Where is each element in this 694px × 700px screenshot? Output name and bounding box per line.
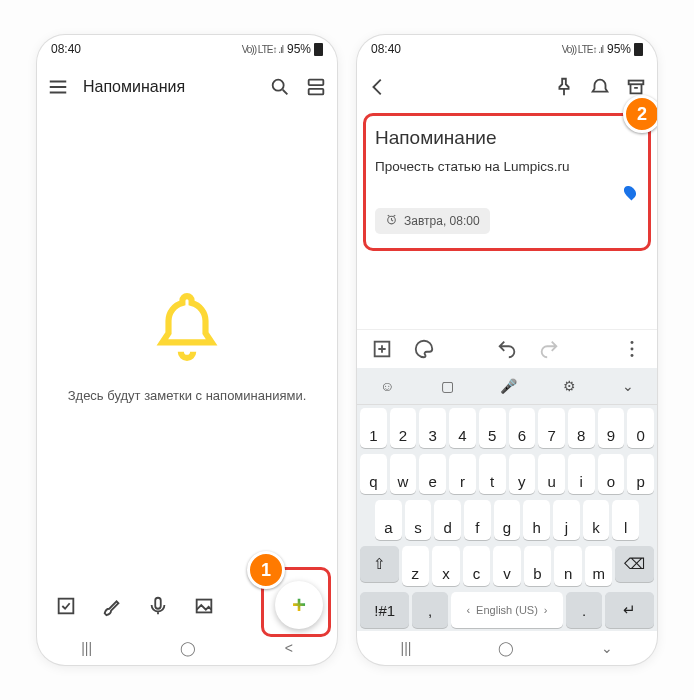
reminder-chip[interactable]: Завтра, 08:00 [375, 208, 490, 234]
mic-icon[interactable] [147, 595, 169, 617]
key-e[interactable]: e [419, 454, 446, 494]
keyboard-hide-button[interactable]: ⌄ [601, 640, 613, 656]
app-bar: Напоминания [37, 63, 337, 111]
key-q[interactable]: q [360, 454, 387, 494]
key-4[interactable]: 4 [449, 408, 476, 448]
note-body[interactable]: Прочесть статью на Lumpics.ru [375, 159, 639, 174]
backspace-key[interactable]: ⌫ [615, 546, 654, 582]
app-bar [357, 63, 657, 111]
svg-rect-5 [197, 600, 212, 613]
key-w[interactable]: w [390, 454, 417, 494]
key-3[interactable]: 3 [419, 408, 446, 448]
keyboard: ☺ ▢ 🎤 ⚙ ⌄ 1234567890 qwertyuiop asdfghjk… [357, 368, 657, 631]
bottom-toolbar: + 1 [37, 581, 337, 631]
voice-icon[interactable]: 🎤 [500, 378, 517, 394]
recents-button[interactable]: ||| [401, 640, 412, 656]
image-icon[interactable] [193, 595, 215, 617]
symbols-key[interactable]: !#1 [360, 592, 409, 628]
brush-icon[interactable] [101, 595, 123, 617]
key-6[interactable]: 6 [509, 408, 536, 448]
emoji-icon[interactable]: ☺ [380, 378, 394, 394]
key-h[interactable]: h [523, 500, 550, 540]
key-s[interactable]: s [405, 500, 432, 540]
shift-key[interactable]: ⇧ [360, 546, 399, 582]
reminder-icon[interactable] [589, 76, 611, 98]
phone-left: 08:40 Vo)) LTE↕ .ıl 95% Напоминания Здес… [37, 35, 337, 665]
add-box-icon[interactable] [371, 338, 393, 360]
signal: Vo)) LTE↕ .ıl [562, 44, 603, 55]
undo-icon[interactable] [496, 338, 518, 360]
more-icon[interactable] [621, 338, 643, 360]
svg-rect-1 [309, 80, 324, 86]
key-y[interactable]: y [509, 454, 536, 494]
svg-point-11 [631, 354, 634, 357]
svg-rect-2 [309, 89, 324, 95]
search-icon[interactable] [269, 76, 291, 98]
key-p[interactable]: p [627, 454, 654, 494]
key-b[interactable]: b [524, 546, 552, 586]
svg-point-10 [631, 348, 634, 351]
note-title[interactable]: Напоминание [375, 127, 639, 149]
checkbox-icon[interactable] [55, 595, 77, 617]
comma-key[interactable]: , [412, 592, 447, 628]
home-button[interactable]: ◯ [498, 640, 514, 656]
key-1[interactable]: 1 [360, 408, 387, 448]
recents-button[interactable]: ||| [81, 640, 92, 656]
pin-icon[interactable] [553, 76, 575, 98]
enter-key[interactable]: ↵ [605, 592, 654, 628]
status-bar: 08:40 Vo)) LTE↕ .ıl 95% [357, 35, 657, 63]
key-j[interactable]: j [553, 500, 580, 540]
period-key[interactable]: . [566, 592, 601, 628]
key-z[interactable]: z [402, 546, 430, 586]
fab-new-note[interactable]: + [275, 581, 323, 629]
time: 08:40 [51, 42, 81, 56]
key-t[interactable]: t [479, 454, 506, 494]
redo-icon[interactable] [538, 338, 560, 360]
palette-icon[interactable] [413, 338, 435, 360]
note-editor[interactable]: 2 Напоминание Прочесть статью на Lumpics… [357, 111, 657, 242]
key-i[interactable]: i [568, 454, 595, 494]
sticker-icon[interactable]: ▢ [441, 378, 454, 394]
space-key[interactable]: ‹English (US)› [451, 592, 564, 628]
key-2[interactable]: 2 [390, 408, 417, 448]
format-bar [357, 329, 657, 368]
key-f[interactable]: f [464, 500, 491, 540]
key-n[interactable]: n [554, 546, 582, 586]
key-r[interactable]: r [449, 454, 476, 494]
svg-rect-6 [629, 81, 644, 85]
time: 08:40 [371, 42, 401, 56]
key-l[interactable]: l [612, 500, 639, 540]
empty-state: Здесь будут заметки с напоминаниями. [37, 111, 337, 581]
layout-icon[interactable] [305, 76, 327, 98]
key-m[interactable]: m [585, 546, 613, 586]
key-g[interactable]: g [494, 500, 521, 540]
callout-1: 1 [247, 551, 285, 589]
plus-icon: + [292, 591, 306, 619]
key-v[interactable]: v [493, 546, 521, 586]
home-button[interactable]: ◯ [180, 640, 196, 656]
key-c[interactable]: c [463, 546, 491, 586]
key-a[interactable]: a [375, 500, 402, 540]
key-5[interactable]: 5 [479, 408, 506, 448]
back-button[interactable]: < [285, 640, 293, 656]
key-d[interactable]: d [434, 500, 461, 540]
expand-icon[interactable]: ⌄ [622, 378, 634, 394]
svg-rect-4 [155, 598, 161, 609]
key-9[interactable]: 9 [598, 408, 625, 448]
key-0[interactable]: 0 [627, 408, 654, 448]
status-bar: 08:40 Vo)) LTE↕ .ıl 95% [37, 35, 337, 63]
key-x[interactable]: x [432, 546, 460, 586]
key-8[interactable]: 8 [568, 408, 595, 448]
key-o[interactable]: o [598, 454, 625, 494]
empty-text: Здесь будут заметки с напоминаниями. [68, 388, 307, 403]
alarm-icon [385, 213, 398, 229]
settings-icon[interactable]: ⚙ [563, 378, 576, 394]
back-icon[interactable] [367, 76, 389, 98]
key-7[interactable]: 7 [538, 408, 565, 448]
suggestion-bar: ☺ ▢ 🎤 ⚙ ⌄ [357, 368, 657, 405]
key-k[interactable]: k [583, 500, 610, 540]
system-nav: ||| ◯ < [37, 631, 337, 665]
menu-icon[interactable] [47, 76, 69, 98]
key-u[interactable]: u [538, 454, 565, 494]
bell-icon [150, 290, 224, 364]
